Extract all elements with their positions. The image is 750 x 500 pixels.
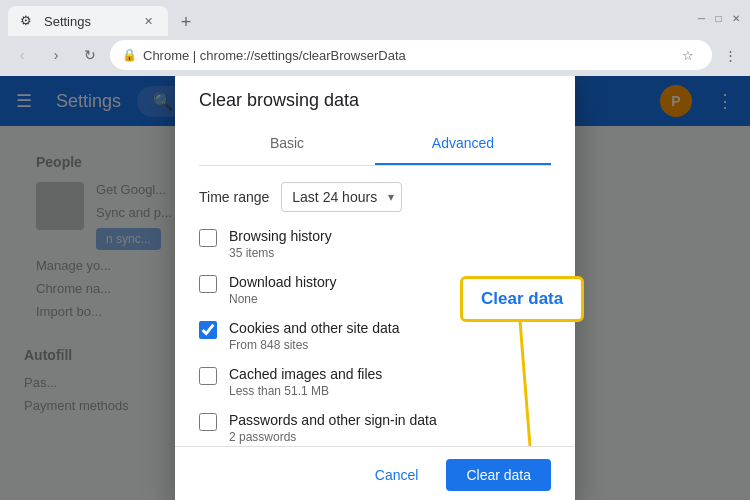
- time-range-row: Time range Last hour Last 24 hours Last …: [199, 182, 551, 212]
- cancel-button[interactable]: Cancel: [355, 459, 439, 491]
- close-button[interactable]: ✕: [729, 12, 742, 25]
- tab-favicon: ⚙: [20, 13, 36, 29]
- checkbox-cached-images: Cached images and files Less than 51.1 M…: [199, 366, 551, 398]
- dialog-footer: Cancel Clear data: [175, 446, 575, 501]
- checkbox-passwords: Passwords and other sign-in data 2 passw…: [199, 412, 551, 444]
- tab-basic[interactable]: Basic: [199, 123, 375, 165]
- maximize-button[interactable]: □: [712, 12, 725, 25]
- active-tab[interactable]: ⚙ Settings ✕: [8, 6, 168, 36]
- time-range-select[interactable]: Last hour Last 24 hours Last 7 days Last…: [281, 182, 402, 212]
- checkbox-browsing-history-input[interactable]: [199, 229, 217, 247]
- download-history-sub: None: [229, 292, 336, 306]
- dialog-tabs: Basic Advanced: [199, 123, 551, 166]
- cached-images-text: Cached images and files Less than 51.1 M…: [229, 366, 382, 398]
- checkbox-cookies: Cookies and other site data From 848 sit…: [199, 320, 551, 352]
- minimize-button[interactable]: ─: [695, 12, 708, 25]
- cached-images-label: Cached images and files: [229, 366, 382, 382]
- dialog-content: Time range Last hour Last 24 hours Last …: [175, 166, 575, 446]
- url-text: Chrome | chrome://settings/clearBrowserD…: [143, 48, 406, 63]
- passwords-label: Passwords and other sign-in data: [229, 412, 437, 428]
- lock-icon: 🔒: [122, 48, 137, 62]
- tab-title: Settings: [44, 14, 91, 29]
- url-bar[interactable]: 🔒 Chrome | chrome://settings/clearBrowse…: [110, 40, 712, 70]
- more-menu-button[interactable]: ⋮: [718, 43, 742, 67]
- cookies-text: Cookies and other site data From 848 sit…: [229, 320, 399, 352]
- passwords-text: Passwords and other sign-in data 2 passw…: [229, 412, 437, 444]
- tab-area: ⚙ Settings ✕ +: [8, 0, 687, 36]
- dialog-header: Clear browsing data Basic Advanced: [175, 76, 575, 166]
- clear-browsing-dialog: Clear browsing data Basic Advanced Time …: [175, 76, 575, 500]
- browsing-history-text: Browsing history 35 items: [229, 228, 332, 260]
- time-range-select-wrapper[interactable]: Last hour Last 24 hours Last 7 days Last…: [281, 182, 402, 212]
- cached-images-sub: Less than 51.1 MB: [229, 384, 382, 398]
- passwords-sub: 2 passwords: [229, 430, 437, 444]
- cookies-label: Cookies and other site data: [229, 320, 399, 336]
- title-bar: ⚙ Settings ✕ + ─ □ ✕: [0, 0, 750, 36]
- checkbox-cookies-input[interactable]: [199, 321, 217, 339]
- reload-button[interactable]: ↻: [76, 41, 104, 69]
- browser-content: ☰ Settings 🔍 P ⋮ People Get Googl... Syn…: [0, 76, 750, 500]
- dialog-title: Clear browsing data: [199, 90, 551, 111]
- address-bar: ‹ › ↻ 🔒 Chrome | chrome://settings/clear…: [0, 36, 750, 76]
- tab-close-button[interactable]: ✕: [140, 13, 156, 29]
- clear-data-button[interactable]: Clear data: [446, 459, 551, 491]
- cookies-sub: From 848 sites: [229, 338, 399, 352]
- window-controls: ─ □ ✕: [695, 12, 742, 25]
- browser-frame: ⚙ Settings ✕ + ─ □ ✕ ‹ › ↻ 🔒 Chrome | ch…: [0, 0, 750, 500]
- time-range-label: Time range: [199, 189, 269, 205]
- checkbox-download-history: Download history None: [199, 274, 551, 306]
- checkbox-cached-images-input[interactable]: [199, 367, 217, 385]
- checkbox-browsing-history: Browsing history 35 items: [199, 228, 551, 260]
- checkbox-download-history-input[interactable]: [199, 275, 217, 293]
- browsing-history-label: Browsing history: [229, 228, 332, 244]
- back-button[interactable]: ‹: [8, 41, 36, 69]
- bookmark-button[interactable]: ☆: [676, 43, 700, 67]
- download-history-label: Download history: [229, 274, 336, 290]
- url-right-icons: ☆: [676, 43, 700, 67]
- new-tab-button[interactable]: +: [172, 8, 200, 36]
- forward-button[interactable]: ›: [42, 41, 70, 69]
- tab-advanced[interactable]: Advanced: [375, 123, 551, 165]
- download-history-text: Download history None: [229, 274, 336, 306]
- modal-overlay: Clear browsing data Basic Advanced Time …: [0, 76, 750, 500]
- checkbox-passwords-input[interactable]: [199, 413, 217, 431]
- browsing-history-sub: 35 items: [229, 246, 332, 260]
